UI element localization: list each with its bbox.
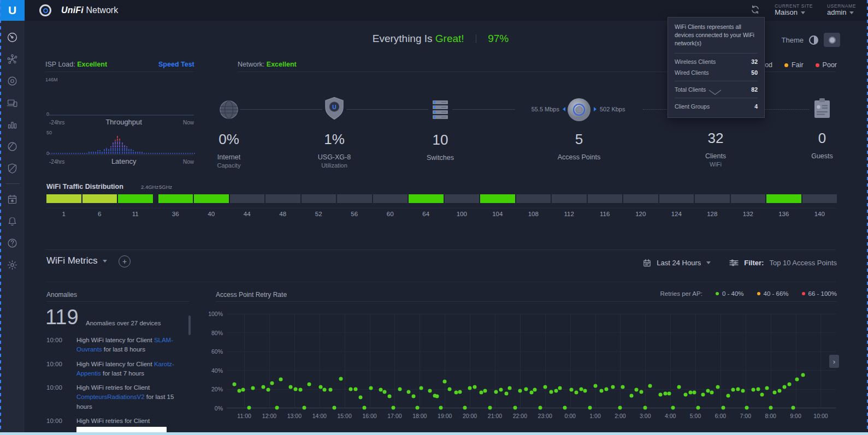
- anomaly-text-part: High WiFi retries for Client: [76, 384, 150, 391]
- retry-point: [760, 392, 764, 396]
- filter-value[interactable]: Top 10 Access Points: [769, 259, 837, 267]
- channel-124-segment[interactable]: 124: [659, 194, 694, 217]
- channel-56-segment[interactable]: 56: [337, 194, 372, 217]
- channel-1-segment[interactable]: 1: [46, 194, 81, 217]
- retry-rate-title: Access Point Retry Rate: [216, 291, 287, 299]
- sidebar-item-clients[interactable]: [0, 92, 25, 114]
- x-axis-tick: 1:00: [589, 413, 600, 419]
- channel-128-segment[interactable]: 128: [695, 194, 730, 217]
- latency-dot: [126, 153, 127, 154]
- x-axis-tick: 21:00: [488, 413, 502, 419]
- speed-test-link[interactable]: Speed Test: [158, 61, 194, 68]
- node-internet[interactable]: 0% Internet Capacity: [196, 99, 262, 169]
- devices-icon: [7, 75, 18, 87]
- band-2-4ghz-label: 2.4GHz: [141, 184, 158, 190]
- wifi-metrics-dropdown[interactable]: WiFi Metrics: [46, 255, 107, 266]
- retry-point: [621, 385, 624, 389]
- channel-116-segment[interactable]: 116: [588, 194, 623, 217]
- retry-point: [294, 387, 298, 391]
- sidebar-item-topology[interactable]: [0, 48, 25, 70]
- channel-52-segment[interactable]: 52: [302, 194, 336, 217]
- channel-140-segment[interactable]: 140: [802, 194, 837, 217]
- gridline-vertical: [320, 314, 320, 408]
- sidebar-item-help[interactable]: [0, 232, 25, 254]
- tooltip-pointer-icon: [708, 89, 722, 97]
- sidebar-item-insights[interactable]: [0, 157, 25, 179]
- current-site-value: Maison: [775, 9, 798, 17]
- retry-point: [448, 387, 452, 391]
- retry-point: [241, 388, 245, 392]
- node-guests[interactable]: 0 Guests: [789, 98, 855, 160]
- channel-48-segment[interactable]: 48: [265, 194, 300, 217]
- latency-dot: [119, 139, 120, 140]
- channel-132-segment[interactable]: 132: [731, 194, 766, 217]
- retry-point: [261, 385, 265, 389]
- retry-point: [439, 406, 443, 410]
- sidebar-item-map[interactable]: [0, 135, 25, 157]
- latency-dot: [126, 148, 127, 149]
- y-axis-tick: 40%: [205, 367, 223, 374]
- anomalies-scrollbar[interactable]: [188, 315, 191, 335]
- dark-theme-button[interactable]: [824, 33, 840, 47]
- status-score: 97%: [488, 33, 509, 44]
- time-range-dropdown[interactable]: Last 24 Hours: [657, 259, 701, 267]
- channel-108-segment[interactable]: 108: [516, 194, 551, 217]
- node-gateway[interactable]: U 1% USG-XG-8 Utilization: [302, 96, 367, 169]
- channel-number: 40: [194, 211, 229, 217]
- latency-dot: [166, 153, 167, 154]
- retry-point: [299, 388, 303, 392]
- channel-36-segment[interactable]: 36: [158, 194, 193, 217]
- latency-dot: [128, 153, 129, 154]
- username-dropdown[interactable]: USERNAME admin: [827, 4, 856, 17]
- channel-136-segment[interactable]: 136: [766, 194, 801, 217]
- channel-6-segment[interactable]: 6: [82, 194, 117, 217]
- refresh-icon[interactable]: [750, 4, 760, 16]
- channel-104-segment[interactable]: 104: [480, 194, 515, 217]
- latency-dot: [157, 153, 158, 154]
- sidebar-item-alerts[interactable]: [0, 210, 25, 232]
- anomalies-divider: [46, 301, 190, 302]
- node-switches[interactable]: 10 Switches: [408, 99, 473, 162]
- x-axis-tick: 15:00: [338, 413, 352, 419]
- current-site-dropdown[interactable]: CURRENT SITE Maison: [775, 4, 813, 17]
- channel-44-segment[interactable]: 44: [230, 194, 265, 217]
- light-theme-icon[interactable]: [809, 35, 818, 45]
- retry-point: [554, 389, 558, 393]
- latency-dot: [159, 153, 160, 154]
- ubiquiti-logo[interactable]: U: [0, 0, 25, 21]
- channel-bar: [265, 194, 300, 203]
- latency-dot: [110, 152, 111, 153]
- latency-dot: [168, 153, 169, 154]
- anomaly-time: 10:00: [46, 383, 76, 412]
- node-access-points[interactable]: 5 Access Points: [546, 97, 612, 161]
- channel-100-segment[interactable]: 100: [445, 194, 480, 217]
- filter-label[interactable]: Filter:: [744, 259, 764, 267]
- gridline-vertical: [345, 314, 345, 408]
- sidebar-item-devices[interactable]: [0, 70, 25, 92]
- channel-utilization-bar: 1611364044485256606410010410811211612012…: [46, 194, 837, 217]
- retry-point: [518, 389, 522, 393]
- latency-dot: [58, 153, 59, 154]
- retry-point: [658, 392, 662, 396]
- latency-dot: [161, 153, 162, 154]
- latency-dot: [152, 153, 153, 154]
- channel-120-segment[interactable]: 120: [623, 194, 658, 217]
- channel-112-segment[interactable]: 112: [552, 194, 587, 217]
- retry-point: [251, 386, 255, 390]
- sidebar-item-settings[interactable]: [0, 254, 25, 276]
- latency-dot: [117, 148, 118, 149]
- channel-60-segment[interactable]: 60: [373, 194, 408, 217]
- sidebar-item-statistics[interactable]: [0, 114, 25, 135]
- anomaly-client-link[interactable]: CompteursRadiationsV2: [76, 394, 145, 400]
- theme-label: Theme: [782, 36, 804, 44]
- sidebar-item-events[interactable]: [0, 188, 25, 210]
- add-metric-button[interactable]: +: [119, 255, 131, 267]
- latency-dot: [181, 153, 182, 154]
- chart-next-button[interactable]: ›: [829, 355, 839, 368]
- channel-64-segment[interactable]: 64: [409, 194, 444, 217]
- legend-label: Fair: [792, 61, 804, 69]
- latency-dot: [86, 153, 87, 154]
- sidebar-item-dashboard[interactable]: [0, 26, 25, 48]
- channel-11-segment[interactable]: 11: [118, 194, 153, 217]
- channel-40-segment[interactable]: 40: [194, 194, 229, 217]
